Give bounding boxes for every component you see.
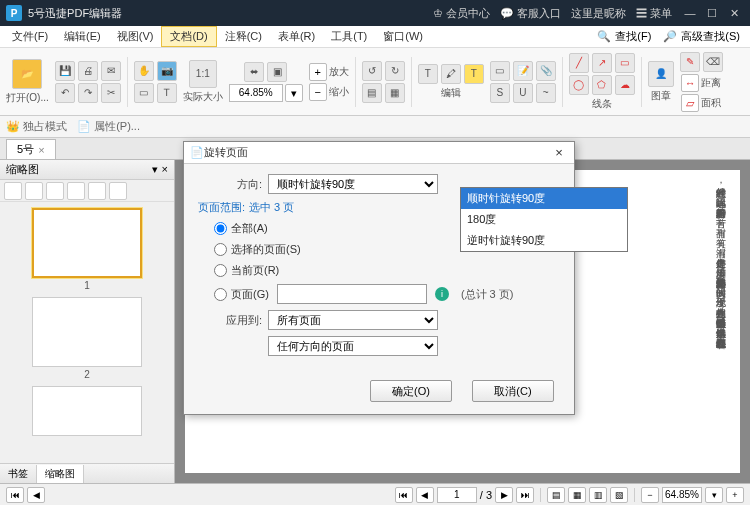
edit-image-icon[interactable]: 🖍 [441, 64, 461, 84]
redo-icon[interactable]: ↷ [78, 83, 98, 103]
sb-layout-2[interactable]: ▦ [568, 487, 586, 503]
select-icon[interactable]: ▭ [134, 83, 154, 103]
attach-icon[interactable]: 📎 [536, 61, 556, 81]
menu-window[interactable]: 窗口(W) [375, 27, 431, 46]
thumbnail-2[interactable]: 2 [32, 297, 142, 380]
thumbnail-3[interactable] [32, 386, 142, 436]
snapshot-icon[interactable]: 📷 [157, 61, 177, 81]
fit-width-icon[interactable]: ⬌ [244, 62, 264, 82]
oval-icon[interactable]: ◯ [569, 75, 589, 95]
hand-icon[interactable]: ✋ [134, 61, 154, 81]
radio-pages[interactable]: 页面(G) i (总计 3 页) [214, 284, 560, 304]
thumb-tool-4[interactable] [67, 182, 85, 200]
menu-tools[interactable]: 工具(T) [323, 27, 375, 46]
thumb-tool-6[interactable] [109, 182, 127, 200]
pages-input[interactable] [277, 284, 427, 304]
textbox-icon[interactable]: ▭ [490, 61, 510, 81]
option-cw90[interactable]: 顺时针旋转90度 [461, 188, 627, 209]
foot-thumbnails[interactable]: 缩略图 [37, 465, 84, 483]
fit-page-icon[interactable]: ▣ [267, 62, 287, 82]
properties-button[interactable]: 📄 属性(P)... [77, 119, 140, 134]
menu-document[interactable]: 文档(D) [161, 26, 216, 47]
mail-icon[interactable]: ✉ [101, 61, 121, 81]
thumb-tool-1[interactable] [4, 182, 22, 200]
print-icon[interactable]: 🖨 [78, 61, 98, 81]
option-180[interactable]: 180度 [461, 209, 627, 230]
sb-zoom-in[interactable]: + [726, 487, 744, 503]
sb-first-page[interactable]: ⏮ [6, 487, 24, 503]
maximize-button[interactable]: ☐ [702, 7, 722, 20]
undo-icon[interactable]: ↶ [55, 83, 75, 103]
radio-current[interactable]: 当前页(R) [214, 263, 560, 278]
sb-zoom-out[interactable]: − [641, 487, 659, 503]
sb-next[interactable]: ▶ [495, 487, 513, 503]
hamburger-menu[interactable]: ☰ 菜单 [636, 6, 672, 21]
rotate-right-icon[interactable]: ↻ [385, 61, 405, 81]
ok-button[interactable]: 确定(O) [370, 380, 452, 402]
strikeout-icon[interactable]: S [490, 83, 510, 103]
sb-prev-page[interactable]: ◀ [27, 487, 45, 503]
rotate-left-icon[interactable]: ↺ [362, 61, 382, 81]
underline-icon[interactable]: U [513, 83, 533, 103]
menu-comment[interactable]: 注释(C) [217, 27, 270, 46]
menu-file[interactable]: 文件(F) [4, 27, 56, 46]
eraser-icon[interactable]: ⌫ [703, 52, 723, 72]
zoom-input[interactable] [229, 84, 283, 102]
rect-icon[interactable]: ▭ [615, 53, 635, 73]
sb-layout-1[interactable]: ▤ [547, 487, 565, 503]
exclusive-mode[interactable]: 👑 独占模式 [6, 119, 67, 134]
squiggly-icon[interactable]: ~ [536, 83, 556, 103]
page-layout-icon[interactable]: ▤ [362, 83, 382, 103]
sb-zoom-input[interactable] [662, 487, 702, 503]
open-icon[interactable]: 📂 [12, 59, 42, 89]
sb-prev[interactable]: ◀ [416, 487, 434, 503]
dialog-close-button[interactable]: × [550, 145, 568, 160]
cloud-icon[interactable]: ☁ [615, 75, 635, 95]
cut-icon[interactable]: ✂ [101, 83, 121, 103]
text-select-icon[interactable]: Ꭲ [157, 83, 177, 103]
close-tab-icon[interactable]: × [38, 144, 44, 156]
sb-first[interactable]: ⏮ [395, 487, 413, 503]
stamp-icon[interactable]: 👤 [648, 61, 674, 87]
advanced-find-button[interactable]: 🔎高级查找(S) [657, 29, 746, 44]
highlight-icon[interactable]: T [464, 64, 484, 84]
save-icon[interactable]: 💾 [55, 61, 75, 81]
member-center-link[interactable]: ♔ 会员中心 [433, 6, 490, 21]
polygon-icon[interactable]: ⬠ [592, 75, 612, 95]
doc-tab[interactable]: 5号× [6, 139, 56, 159]
thumb-tool-2[interactable] [25, 182, 43, 200]
apply-orientation-select[interactable]: 任何方向的页面 [268, 336, 438, 356]
note-icon[interactable]: 📝 [513, 61, 533, 81]
thumb-tool-5[interactable] [88, 182, 106, 200]
support-link[interactable]: 💬 客服入口 [500, 6, 561, 21]
find-button[interactable]: 🔍查找(F) [591, 29, 657, 44]
arrow-icon[interactable]: ↗ [592, 53, 612, 73]
actual-size-icon[interactable]: 1:1 [189, 60, 217, 88]
direction-select[interactable]: 顺时针旋转90度 [268, 174, 438, 194]
foot-bookmarks[interactable]: 书签 [0, 465, 37, 483]
menu-view[interactable]: 视图(V) [109, 27, 162, 46]
apply-pages-select[interactable]: 所有页面 [268, 310, 438, 330]
page-layout2-icon[interactable]: ▦ [385, 83, 405, 103]
sb-zoom-dropdown[interactable]: ▾ [705, 487, 723, 503]
cancel-button[interactable]: 取消(C) [472, 380, 554, 402]
page-input[interactable] [437, 487, 477, 503]
thumbnail-1[interactable]: 1 [32, 208, 142, 291]
option-ccw90[interactable]: 逆时针旋转90度 [461, 230, 627, 251]
zoom-dropdown[interactable]: ▾ [285, 84, 303, 102]
sb-last[interactable]: ⏭ [516, 487, 534, 503]
panel-menu-icon[interactable]: ▾ [152, 163, 158, 176]
distance-icon[interactable]: ↔ [681, 74, 699, 92]
pencil-icon[interactable]: ✎ [680, 52, 700, 72]
zoom-in-button[interactable]: + [309, 63, 327, 81]
area-icon[interactable]: ▱ [681, 94, 699, 112]
sb-layout-4[interactable]: ▧ [610, 487, 628, 503]
info-icon[interactable]: i [435, 287, 449, 301]
close-button[interactable]: ✕ [724, 7, 744, 20]
menu-edit[interactable]: 编辑(E) [56, 27, 109, 46]
thumb-tool-3[interactable] [46, 182, 64, 200]
zoom-out-button[interactable]: − [309, 83, 327, 101]
minimize-button[interactable]: — [680, 7, 700, 20]
edit-text-icon[interactable]: T [418, 64, 438, 84]
panel-close-icon[interactable]: × [162, 163, 168, 176]
